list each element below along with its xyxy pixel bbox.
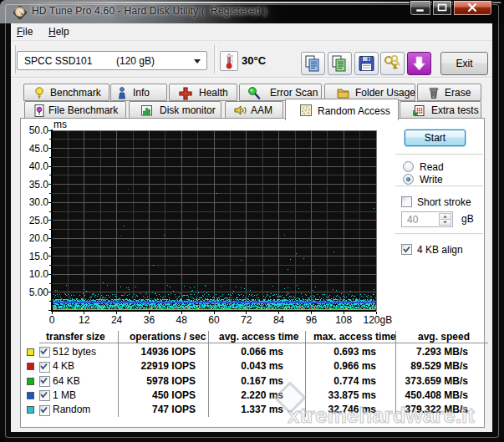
svg-text:45.0: 45.0 <box>29 143 49 155</box>
svg-text:12: 12 <box>79 314 90 326</box>
svg-text:35.0: 35.0 <box>29 179 49 191</box>
svg-text:96: 96 <box>306 314 318 326</box>
svg-text:25.0: 25.0 <box>29 215 49 226</box>
svg-text:36: 36 <box>144 314 155 326</box>
svg-text:24: 24 <box>111 314 123 326</box>
svg-text:60: 60 <box>208 314 220 326</box>
svg-text:40.0: 40.0 <box>29 160 49 172</box>
svg-text:84: 84 <box>273 314 285 326</box>
svg-text:ms: ms <box>53 119 67 130</box>
svg-text:50.0: 50.0 <box>29 124 49 136</box>
svg-text:10.0: 10.0 <box>29 268 49 280</box>
svg-text:30.0: 30.0 <box>29 196 49 208</box>
svg-text:72: 72 <box>241 314 252 326</box>
svg-text:120gB: 120gB <box>364 314 393 326</box>
svg-text:48: 48 <box>176 314 188 326</box>
svg-text:15.0: 15.0 <box>29 251 49 262</box>
svg-text:20.0: 20.0 <box>29 232 49 244</box>
svg-text:108: 108 <box>335 314 352 326</box>
svg-text:5.00: 5.00 <box>29 287 49 298</box>
svg-text:0: 0 <box>49 314 55 326</box>
